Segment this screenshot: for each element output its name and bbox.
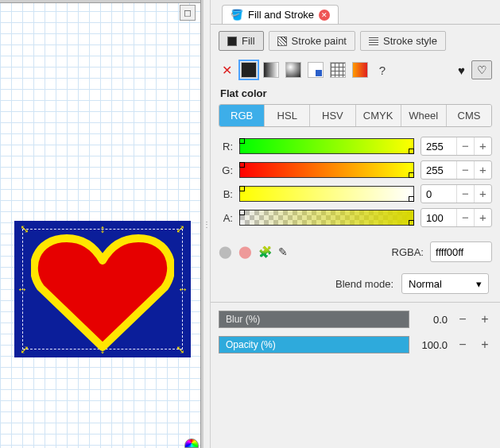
color-mode-tabs: RGB HSL HSV CMYK Wheel CMS	[219, 104, 492, 127]
selection-bounds[interactable]: ↕ ↕ ↔ ↔ ⤡ ⤢ ⤢ ⤡	[22, 229, 183, 350]
heart-fill-icon[interactable]: ♥	[458, 64, 465, 77]
blur-value: 0.0	[417, 314, 448, 326]
pattern-button[interactable]	[308, 62, 324, 78]
blur-slider[interactable]: Blur (%)	[219, 311, 409, 328]
blend-mode-select[interactable]: Normal ▾	[401, 273, 489, 294]
opacity-minus[interactable]: −	[455, 338, 470, 352]
blend-value: Normal	[409, 278, 442, 290]
handle-e[interactable]: ↔	[177, 284, 188, 295]
a-minus[interactable]: −	[456, 209, 474, 226]
paintbucket-icon: 🪣	[231, 9, 243, 21]
paint-type-row: ✕ ? ♥ ♡	[219, 60, 492, 79]
flat-color-button[interactable]	[241, 62, 257, 78]
radial-gradient-button[interactable]	[285, 62, 301, 78]
ruler-right	[200, 0, 203, 448]
fill-stroke-panel: 🪣 Fill and Stroke ✕ Fill Stroke paint St…	[210, 0, 500, 448]
b-minus[interactable]: −	[456, 185, 474, 203]
blur-minus[interactable]: −	[455, 312, 470, 326]
lines-icon	[369, 37, 378, 45]
ruler-top	[0, 0, 203, 3]
a-plus[interactable]: +	[474, 209, 491, 226]
mode-hsl[interactable]: HSL	[265, 105, 310, 126]
opacity-plus[interactable]: +	[478, 338, 492, 352]
mode-cms[interactable]: CMS	[447, 105, 491, 126]
a-label: A:	[219, 212, 233, 224]
unknown-paint-button[interactable]: ?	[374, 64, 390, 77]
handle-w[interactable]: ↔	[17, 284, 28, 295]
handle-sw[interactable]: ⤢	[20, 344, 29, 355]
r-plus[interactable]: +	[474, 137, 491, 155]
b-label: B:	[219, 188, 233, 200]
chevron-down-icon: ▾	[476, 278, 482, 290]
heart-outline-button[interactable]: ♡	[471, 60, 492, 79]
swatch-button[interactable]	[352, 62, 368, 78]
mode-hsv[interactable]: HSV	[310, 105, 355, 126]
canvas-area[interactable]: ◻ ↕ ↕ ↔ ↔ ⤡ ⤢ ⤢ ⤡	[0, 0, 203, 448]
mesh-button[interactable]	[330, 62, 346, 78]
tab-stroke-style[interactable]: Stroke style	[360, 31, 446, 51]
tab-strokestyle-label: Stroke style	[383, 35, 437, 47]
opacity-bar-label: Opacity (%)	[226, 339, 276, 350]
g-plus[interactable]: +	[474, 161, 491, 179]
blend-label: Blend mode:	[335, 278, 393, 290]
r-slider[interactable]	[239, 138, 414, 154]
fs-tabs: Fill Stroke paint Stroke style	[219, 31, 492, 51]
flat-color-label: Flat color	[220, 87, 492, 99]
zoom-page-button[interactable]: ◻	[180, 5, 196, 21]
tab-strokepaint-label: Stroke paint	[292, 35, 347, 47]
rgba-input[interactable]	[430, 241, 492, 262]
a-input[interactable]	[421, 212, 456, 224]
b-input[interactable]	[421, 188, 456, 200]
wheel-icon[interactable]: ⬤	[238, 245, 252, 259]
panel-drag-handle[interactable]: ⋮	[203, 0, 210, 448]
linear-gradient-button[interactable]	[263, 62, 279, 78]
b-plus[interactable]: +	[474, 185, 491, 203]
close-icon[interactable]: ✕	[319, 10, 330, 21]
a-slider[interactable]	[239, 210, 414, 226]
g-input[interactable]	[421, 164, 456, 176]
g-label: G:	[219, 164, 233, 176]
puzzle-icon[interactable]: 🧩	[258, 245, 272, 258]
handle-se[interactable]: ⤡	[176, 344, 185, 355]
blur-plus[interactable]: +	[478, 312, 492, 326]
dock-tab-fill-stroke[interactable]: 🪣 Fill and Stroke ✕	[222, 5, 339, 24]
opacity-value: 100.0	[417, 339, 448, 351]
artboard[interactable]: ↕ ↕ ↔ ↔ ⤡ ⤢ ⤢ ⤡	[14, 221, 191, 357]
tab-stroke-paint[interactable]: Stroke paint	[269, 31, 355, 51]
handle-nw[interactable]: ⤡	[20, 223, 29, 234]
eyedropper-icon[interactable]: ✎	[278, 245, 288, 258]
r-minus[interactable]: −	[456, 137, 474, 155]
mode-cmyk[interactable]: CMYK	[356, 105, 401, 126]
manage-profiles-icon[interactable]: ⬤	[219, 245, 232, 259]
handle-ne[interactable]: ⤢	[176, 223, 185, 234]
mode-rgb[interactable]: RGB	[219, 105, 265, 126]
heart-shape[interactable]	[31, 232, 174, 351]
mode-wheel[interactable]: Wheel	[401, 105, 447, 126]
rgba-label: RGBA:	[392, 246, 424, 258]
opacity-slider[interactable]: Opacity (%)	[219, 336, 409, 353]
r-input[interactable]	[421, 141, 456, 153]
fill-swatch-icon	[227, 37, 237, 46]
g-minus[interactable]: −	[456, 161, 474, 179]
no-paint-button[interactable]: ✕	[219, 63, 234, 78]
stroke-swatch-icon	[277, 37, 287, 46]
color-indicator[interactable]	[184, 438, 199, 448]
b-slider[interactable]	[239, 186, 414, 202]
dock-tab-label: Fill and Stroke	[248, 9, 314, 21]
r-label: R:	[219, 141, 233, 153]
g-slider[interactable]	[239, 162, 414, 178]
blur-bar-label: Blur (%)	[226, 314, 260, 325]
separator	[211, 302, 500, 303]
tab-fill-label: Fill	[242, 35, 255, 47]
tab-fill[interactable]: Fill	[219, 31, 264, 51]
